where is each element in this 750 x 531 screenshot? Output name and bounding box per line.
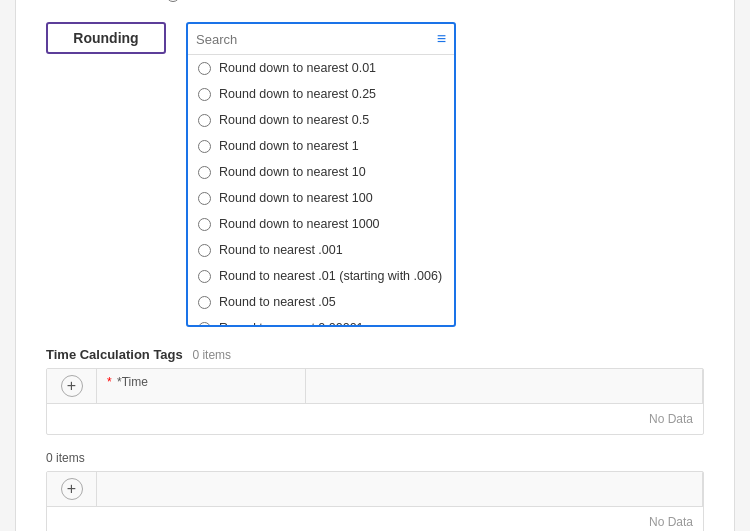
bottom-table-header: +: [47, 472, 703, 507]
dropdown-item-label: Round to nearest .01 (starting with .006…: [219, 269, 442, 283]
time-calc-count: 0 items: [192, 348, 231, 362]
time-calc-tags-section: Time Calculation Tags 0 items + *Time No…: [46, 347, 704, 435]
dropdown-item[interactable]: Round down to nearest 10: [188, 159, 454, 185]
dropdown-item[interactable]: Round down to nearest 1000: [188, 211, 454, 237]
rounding-label: Rounding: [46, 22, 166, 54]
dropdown-item-label: Round down to nearest 0.25: [219, 87, 376, 101]
dropdown-item-label: Round to nearest 0.00001: [219, 321, 364, 325]
radio-none[interactable]: None: [166, 0, 327, 2]
bottom-table: + No Data: [46, 471, 704, 531]
dropdown-item-label: Round down to nearest 100: [219, 191, 373, 205]
bottom-add-icon[interactable]: +: [61, 478, 83, 500]
options-group: Front-Loaded Based on As of Date None: [166, 0, 327, 2]
empty-col-header: [306, 369, 703, 403]
time-calc-table-header: + *Time: [47, 369, 703, 404]
bottom-col-empty: [97, 472, 703, 506]
time-calc-tags-label: Time Calculation Tags 0 items: [46, 347, 704, 362]
dropdown-item[interactable]: Round down to nearest 0.5: [188, 107, 454, 133]
list-view-icon[interactable]: ≡: [437, 30, 446, 48]
dropdown-item-label: Round down to nearest 1: [219, 139, 359, 153]
add-row-button[interactable]: +: [47, 369, 97, 403]
bottom-no-data: No Data: [649, 515, 693, 529]
dropdown-item-label: Round down to nearest 1000: [219, 217, 380, 231]
dropdown-item[interactable]: Round to nearest .05: [188, 289, 454, 315]
dropdown-list: Round down to nearest 0.01Round down to …: [188, 55, 454, 325]
rounding-dropdown: ≡ Round down to nearest 0.01Round down t…: [186, 22, 456, 327]
dropdown-item-label: Round to nearest .05: [219, 295, 336, 309]
dropdown-item-label: Round down to nearest 10: [219, 165, 366, 179]
rounding-search-input[interactable]: [196, 32, 431, 47]
dropdown-item[interactable]: Round down to nearest 1: [188, 133, 454, 159]
dropdown-item[interactable]: Round down to nearest 0.25: [188, 81, 454, 107]
add-icon[interactable]: +: [61, 375, 83, 397]
dropdown-item[interactable]: Round down to nearest 0.01: [188, 55, 454, 81]
dropdown-item-label: Round down to nearest 0.5: [219, 113, 369, 127]
dropdown-item[interactable]: Round to nearest .001: [188, 237, 454, 263]
dropdown-search-row: ≡: [188, 24, 454, 55]
dropdown-item[interactable]: Round to nearest 0.00001: [188, 315, 454, 325]
dropdown-item-label: Round down to nearest 0.01: [219, 61, 376, 75]
dropdown-item[interactable]: Round to nearest .01 (starting with .006…: [188, 263, 454, 289]
time-calc-table-body: No Data: [47, 404, 703, 434]
bottom-section: 0 items + No Data: [46, 451, 704, 531]
radio-none-label: None: [188, 0, 219, 2]
time-calc-table: + *Time No Data: [46, 368, 704, 435]
bottom-table-body: No Data: [47, 507, 703, 531]
bottom-count: 0 items: [46, 451, 704, 465]
time-calc-no-data: No Data: [649, 412, 693, 426]
dropdown-item[interactable]: Round down to nearest 100: [188, 185, 454, 211]
bottom-add-button[interactable]: +: [47, 472, 97, 506]
dropdown-item-label: Round to nearest .001: [219, 243, 343, 257]
time-col-header: *Time: [97, 369, 306, 403]
